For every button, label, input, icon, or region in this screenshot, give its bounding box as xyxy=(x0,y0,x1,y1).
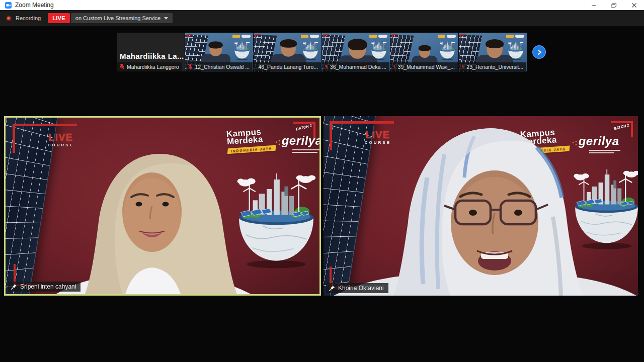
minimize-icon xyxy=(591,3,597,8)
video-tile-sripeni[interactable]: LIVE COURSE Kampus Merdeka INDONESIA JAY… xyxy=(4,116,321,296)
participant-thumbnail-wavi[interactable]: 39_Muhammad Wavi_... xyxy=(390,33,458,71)
muted-mic-icon xyxy=(188,63,193,70)
pin-icon xyxy=(329,285,335,291)
speaker-video-person xyxy=(6,118,319,294)
muted-mic-icon xyxy=(461,63,464,70)
globe-graphic xyxy=(439,41,456,60)
brand-logos-graphic xyxy=(438,35,456,38)
window-title: Zoom Meeting xyxy=(15,2,54,9)
pin-icon xyxy=(11,284,17,290)
stream-service-dropdown[interactable]: on Custom Live Streaming Service xyxy=(71,13,173,23)
brand-logos-graphic xyxy=(232,35,251,38)
corner-bracket-graphic xyxy=(187,34,192,38)
video-tile-khoiria[interactable]: LIVE COURSE Kampus Merdeka INDONESIA JAY… xyxy=(324,116,638,296)
window-controls xyxy=(584,0,644,10)
recording-indicator: Recording xyxy=(6,15,41,21)
globe-graphic xyxy=(233,41,251,60)
restore-icon xyxy=(611,3,617,8)
participant-name: 39_Muhammad Wavi_... xyxy=(398,64,455,70)
participant-display-name: Mahardiikka La... xyxy=(120,52,184,60)
participant-nameplate: 46_Pandu Lanang Turo... xyxy=(254,62,321,71)
participant-thumbnail-christian[interactable]: 12_Christian Oswald ... xyxy=(185,33,253,71)
participant-thumbnail-deka[interactable]: 36_Muhammad Deka ... xyxy=(322,33,390,71)
muted-mic-icon xyxy=(119,63,125,70)
restore-button[interactable] xyxy=(604,0,624,10)
speaker-name: Khoiria Oktaviani xyxy=(338,285,384,292)
participant-name: 23_Herianto_Universit... xyxy=(466,64,523,70)
participant-nameplate: 23_Herianto_Universit... xyxy=(459,62,526,71)
muted-mic-icon xyxy=(393,63,396,70)
close-button[interactable] xyxy=(624,0,644,10)
zoom-meeting-window: Zoom Meeting Recording LIVE on Custom Li… xyxy=(0,0,644,362)
corner-bracket-graphic xyxy=(460,34,466,38)
participant-nameplate: Mahardiikka Langgoro xyxy=(117,62,182,71)
participant-name: Mahardiikka Langgoro xyxy=(127,64,179,70)
participant-name: 12_Christian Oswald ... xyxy=(195,64,250,70)
zoom-app-icon xyxy=(5,2,12,9)
stream-service-label: on Custom Live Streaming Service xyxy=(75,15,160,21)
corner-bracket-graphic xyxy=(324,34,329,38)
participant-thumbnail-mahardiikka[interactable]: Mahardiikka La... Mahardiikka Langgoro xyxy=(117,33,185,71)
recording-label: Recording xyxy=(16,15,41,21)
corner-bracket-graphic xyxy=(255,34,261,38)
chevron-right-icon xyxy=(536,49,543,56)
muted-mic-icon xyxy=(325,63,328,70)
minimize-button[interactable] xyxy=(584,0,604,10)
titlebar: Zoom Meeting xyxy=(0,0,644,10)
chevron-down-icon xyxy=(164,17,168,20)
close-icon xyxy=(631,3,637,8)
corner-bracket-graphic xyxy=(392,34,397,38)
speaker-name: Sripeni inten cahyani xyxy=(20,283,76,290)
participant-video-person xyxy=(201,42,230,64)
participant-name: 36_Muhammad Deka ... xyxy=(330,64,386,70)
brand-logos-graphic xyxy=(506,35,524,38)
recording-dot-icon xyxy=(6,16,12,21)
video-stage: Mahardiikka La... Mahardiikka Langgoro 1… xyxy=(0,26,644,362)
speaker-nameplate: Sripeni inten cahyani xyxy=(8,282,80,292)
brand-logos-graphic xyxy=(301,35,319,38)
live-badge[interactable]: LIVE xyxy=(48,13,70,23)
participant-nameplate: 39_Muhammad Wavi_... xyxy=(391,62,458,71)
participant-thumbnail-pandu[interactable]: 46_Pandu Lanang Turo... xyxy=(254,33,321,71)
participant-thumbnail-herianto[interactable]: 23_Herianto_Universit... xyxy=(459,33,527,71)
meeting-toolbar: Recording LIVE on Custom Live Streaming … xyxy=(0,10,644,26)
participant-nameplate: 12_Christian Oswald ... xyxy=(186,62,253,71)
participant-name: 46_Pandu Lanang Turo... xyxy=(258,64,318,70)
brand-logos-graphic xyxy=(369,35,387,38)
participant-nameplate: 36_Muhammad Deka ... xyxy=(323,62,389,71)
speaker-video-person xyxy=(324,116,638,296)
next-page-button[interactable] xyxy=(532,45,546,59)
speaker-nameplate: Khoiria Oktaviani xyxy=(326,283,388,293)
